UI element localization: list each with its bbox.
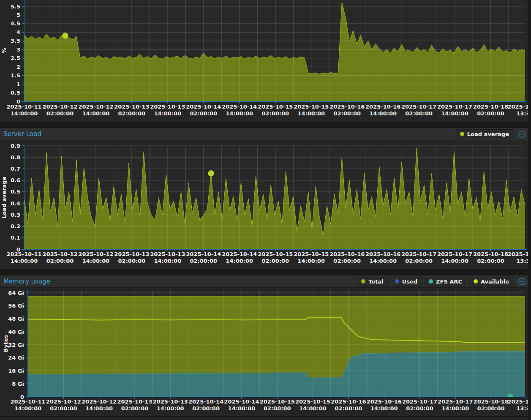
collapse-panel-button[interactable] [518,130,526,138]
legend-item-available[interactable]: Available [469,277,514,286]
y-tick-label: 24 Gi [8,355,24,361]
y-tick-label: 0.9 [11,143,20,149]
right-scroll-track[interactable] [528,0,531,420]
y-axis-title: Bytes [3,335,9,352]
x-axis-labels: 2025-10-1114:00:002025-10-1202:00:002025… [6,251,531,264]
x-tick-label: 2025-10-1414:00:00 [222,104,257,117]
highlighted-point-marker [62,33,68,38]
y-axis-labels: 00.10.20.30.40.50.60.70.80.9 [11,143,20,253]
legend-label: Used [402,278,417,285]
series-group [28,296,525,397]
x-tick-label: 2025-10-1802:00:00 [474,398,509,412]
y-tick-label: 0.1 [11,235,20,241]
y-tick-label: 5 [16,12,20,18]
legend-label: Total [368,278,384,285]
summary-graphs-page: 00.511.522.533.544.555.52025-10-1114:00:… [0,0,531,420]
circled-minus-icon [518,130,526,138]
cpu-usage-panel: 00.511.522.533.544.555.52025-10-1114:00:… [0,0,531,122]
point-markers [62,33,68,38]
panel-gap [0,122,531,128]
x-tick-label: 2025-10-1614:00:00 [367,398,402,412]
circled-minus-icon [518,278,526,286]
x-tick-label: 2025-10-1314:00:00 [150,104,185,117]
x-tick-label: 2025-10-1813:30 [507,104,531,117]
server-load-chart[interactable]: 00.10.20.30.40.50.60.70.80.92025-10-1114… [0,140,531,269]
x-tick-label: 2025-10-1514:00:00 [294,104,329,117]
y-tick-label: 0.4 [11,200,20,207]
y-tick-label: 0.7 [11,166,20,172]
x-tick-label: 2025-10-1202:00:00 [46,398,81,412]
x-axis-labels: 2025-10-1114:00:002025-10-1202:00:002025… [10,398,531,412]
y-tick-label: 32 Gi [8,342,24,348]
legend-item-total[interactable]: Total [357,277,389,286]
legend-label: ZFS ARC [436,278,462,285]
y-tick-label: 48 Gi [8,316,24,322]
y-axis-title: Load average [1,177,7,218]
x-tick-label: 2025-10-1813:30 [507,398,531,412]
y-tick-label: 64 Gi [8,290,24,296]
y-tick-label: 0.8 [11,154,20,161]
x-tick-label: 2025-10-1502:00:00 [258,251,293,264]
y-tick-label: 4.5 [11,20,20,27]
x-tick-label: 2025-10-1402:00:00 [188,398,223,412]
legend-item-load-average[interactable]: Load average [456,129,514,139]
x-tick-label: 2025-10-1202:00:00 [42,251,77,264]
x-tick-label: 2025-10-1614:00:00 [365,251,400,264]
x-tick-label: 2025-10-1502:00:00 [260,398,295,412]
highlighted-point-marker [208,170,214,176]
series-color-dot [474,279,478,284]
x-tick-label: 2025-10-1402:00:00 [186,251,221,264]
x-tick-label: 2025-10-1702:00:00 [402,398,437,412]
x-tick-label: 2025-10-1202:00:00 [42,104,77,117]
memory-usage-header: Memory usage TotalUsedZFS ARCAvailable [0,275,531,288]
series-color-dot [395,279,399,284]
memory-usage-legend: TotalUsedZFS ARCAvailable [357,277,514,286]
y-tick-label: 0.5 [11,188,20,195]
series-color-dot [361,279,365,284]
x-tick-label: 2025-10-1414:00:00 [224,398,259,412]
x-tick-label: 2025-10-1614:00:00 [365,104,400,117]
y-tick-label: 0.2 [11,223,20,229]
x-tick-label: 2025-10-1714:00:00 [437,251,472,264]
y-tick-label: 0.3 [11,212,20,218]
legend-item-used[interactable]: Used [391,277,422,286]
y-tick-label: 3 [16,46,20,53]
legend-label: Load average [467,131,509,137]
x-tick-label: 2025-10-1314:00:00 [153,398,188,412]
x-tick-label: 2025-10-1702:00:00 [401,251,436,264]
y-axis-title: % [1,48,7,53]
point-markers [208,170,214,176]
panel-gap [0,269,531,275]
x-tick-label: 2025-10-1813:30 [507,251,531,264]
x-tick-label: 2025-10-1514:00:00 [295,398,330,412]
server-load-legend: Load average [456,129,514,139]
x-tick-label: 2025-10-1714:00:00 [438,398,473,412]
panel-title: Memory usage [3,278,50,285]
legend-item-zfs-arc[interactable]: ZFS ARC [425,277,467,286]
y-tick-label: 0.6 [11,177,20,183]
server-load-panel: Server Load Load average 00.10.20.30.40.… [0,128,531,269]
x-tick-label: 2025-10-1314:00:00 [150,251,185,264]
x-tick-label: 2025-10-1302:00:00 [114,104,149,117]
x-tick-label: 2025-10-1114:00:00 [6,251,41,264]
x-tick-label: 2025-10-1602:00:00 [331,398,366,412]
x-tick-label: 2025-10-1502:00:00 [258,104,293,117]
y-tick-label: 2.5 [11,55,20,61]
x-tick-label: 2025-10-1602:00:00 [329,251,365,264]
memory-usage-chart[interactable]: 08 Gi16 Gi24 Gi32 Gi40 Gi48 Gi56 Gi64 Gi… [0,288,531,416]
y-axis-labels: 00.511.522.533.544.555.5 [11,3,20,105]
y-tick-label: 4 [16,29,20,35]
y-tick-label: 0.5 [11,90,20,96]
y-tick-label: 3.5 [11,38,20,44]
x-tick-label: 2025-10-1514:00:00 [294,251,329,264]
y-axis-labels: 08 Gi16 Gi24 Gi32 Gi40 Gi48 Gi56 Gi64 Gi [8,290,24,400]
x-tick-label: 2025-10-1402:00:00 [186,104,221,117]
x-tick-label: 2025-10-1802:00:00 [473,104,508,117]
x-tick-label: 2025-10-1214:00:00 [82,398,117,412]
series-color-dot [429,279,433,284]
x-axis-labels: 2025-10-1114:00:002025-10-1202:00:002025… [6,104,531,117]
series-color-dot [460,132,464,136]
cpu-usage-chart[interactable]: 00.511.522.533.544.555.52025-10-1114:00:… [0,0,531,122]
collapse-panel-button[interactable] [518,278,526,286]
y-tick-label: 2 [16,64,20,70]
